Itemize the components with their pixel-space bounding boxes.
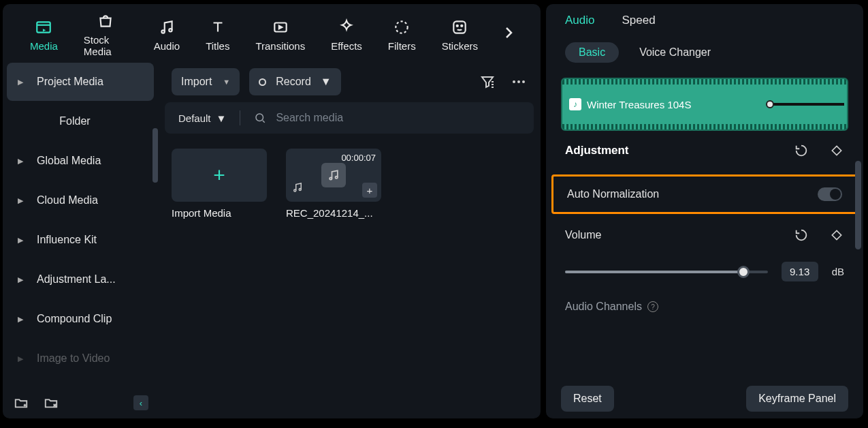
sidebar-item-folder[interactable]: Folder	[7, 102, 154, 140]
plus-icon: +	[213, 164, 225, 187]
nav-next-arrow[interactable]	[504, 25, 513, 43]
sidebar-item-adjustment-layer[interactable]: ▶Adjustment La...	[7, 260, 154, 299]
volume-slider[interactable]	[565, 271, 768, 273]
subtab-voice-changer[interactable]: Voice Changer	[639, 46, 711, 59]
clip-name: Winter Treasures 104S	[587, 99, 691, 110]
sidebar-item-project-media[interactable]: ▶Project Media	[7, 63, 154, 101]
volume-unit: dB	[832, 266, 844, 277]
nav-filters[interactable]: Filters	[388, 17, 416, 52]
add-to-timeline-button[interactable]: +	[362, 183, 377, 198]
right-tabs: Audio Speed	[546, 4, 863, 34]
nav-stickers[interactable]: Stickers	[442, 17, 478, 52]
sidebar-item-label: Global Media	[37, 155, 101, 167]
slider-knob[interactable]	[737, 266, 750, 278]
audio-channels-row: Audio Channels ?	[546, 286, 863, 313]
stickers-icon	[449, 17, 470, 37]
left-body: ▶Project Media Folder ▶Global Media ▶Clo…	[3, 61, 541, 418]
volume-label: Volume	[565, 229, 601, 241]
svg-point-9	[517, 80, 520, 83]
volume-row: Volume	[546, 218, 863, 252]
chevron-right-icon: ▶	[18, 196, 25, 205]
sidebar-item-influence-kit[interactable]: ▶Influence Kit	[7, 221, 154, 259]
delete-folder-icon[interactable]	[42, 394, 60, 412]
nav-transitions[interactable]: Transitions	[255, 17, 305, 52]
auto-normalization-label: Auto Normalization	[567, 188, 659, 200]
chevron-down-icon: ▼	[216, 112, 227, 124]
divider	[240, 110, 240, 125]
chevron-right-icon: ▶	[18, 78, 25, 87]
chevron-down-icon: ▼	[223, 78, 230, 86]
sidebar-item-label: Folder	[59, 115, 90, 127]
svg-point-7	[461, 25, 462, 26]
music-icon	[157, 17, 177, 37]
sidebar-item-cloud-media[interactable]: ▶Cloud Media	[7, 181, 154, 219]
keyframe-panel-button[interactable]: Keyframe Panel	[746, 386, 848, 412]
svg-point-4	[396, 21, 408, 33]
subtab-basic[interactable]: Basic	[565, 42, 619, 63]
nav-effects[interactable]: Effects	[331, 17, 362, 52]
search-input[interactable]	[276, 112, 520, 124]
audio-clip-preview[interactable]: ♪ Winter Treasures 104S	[561, 78, 848, 131]
svg-point-1	[161, 30, 164, 33]
more-icon[interactable]	[511, 74, 527, 90]
search-icon	[254, 112, 266, 124]
filter-icon[interactable]	[479, 74, 496, 90]
reset-volume-icon[interactable]	[794, 228, 809, 243]
grid-item-audio[interactable]: 00:00:07 + REC_20241214_...	[286, 149, 381, 219]
import-dropdown[interactable]: Import▼	[172, 68, 240, 95]
collapse-sidebar-button[interactable]: ‹	[133, 395, 148, 410]
top-nav: Media Stock Media Audio Titles Transitio…	[3, 4, 541, 61]
sidebar-bottom: ‹	[3, 387, 158, 418]
sort-dropdown[interactable]: Default▼	[178, 112, 226, 124]
svg-point-15	[299, 189, 301, 191]
adjustment-label: Adjustment	[565, 144, 629, 157]
reset-adjustment-icon[interactable]	[794, 143, 809, 158]
svg-point-8	[513, 80, 515, 83]
grid-item-import[interactable]: + Import Media	[172, 149, 267, 219]
media-grid: + Import Media 00:00:07 + REC_20241214_.…	[158, 134, 541, 234]
sidebar-item-label: Compound Clip	[37, 313, 112, 325]
new-folder-icon[interactable]	[12, 394, 30, 412]
chevron-down-icon: ▼	[321, 76, 332, 88]
reset-button[interactable]: Reset	[561, 386, 614, 412]
auto-normalization-toggle[interactable]	[818, 187, 842, 201]
toolbar: Import▼ Record▼	[158, 61, 541, 102]
sidebar-item-label: Project Media	[37, 76, 103, 88]
sidebar-item-label: Cloud Media	[37, 194, 98, 207]
tab-speed[interactable]: Speed	[622, 14, 655, 27]
filters-icon	[391, 17, 412, 37]
info-icon[interactable]: ?	[647, 301, 658, 312]
sort-label: Default	[178, 112, 211, 124]
nav-media[interactable]: Media	[30, 17, 58, 52]
right-subtabs: Basic Voice Changer	[546, 34, 863, 71]
nav-titles[interactable]: Titles	[206, 17, 229, 52]
svg-point-11	[256, 114, 263, 121]
media-icon	[33, 17, 54, 37]
record-dropdown[interactable]: Record▼	[249, 68, 340, 95]
sidebar-item-compound-clip[interactable]: ▶Compound Clip	[7, 300, 154, 338]
sidebar-item-global-media[interactable]: ▶Global Media	[7, 142, 154, 180]
sidebar-item-label: Influence Kit	[37, 234, 97, 246]
nav-stock-media[interactable]: Stock Media	[84, 11, 128, 57]
clip-duration: 00:00:07	[341, 153, 376, 163]
keyframe-diamond-icon[interactable]	[829, 143, 844, 158]
content-area: Import▼ Record▼ Default▼ + Import Media	[158, 61, 541, 418]
svg-point-13	[336, 177, 338, 179]
left-panel: Media Stock Media Audio Titles Transitio…	[3, 4, 541, 418]
sidebar-scrollbar[interactable]	[152, 128, 158, 183]
audio-file-icon	[321, 163, 346, 187]
auto-normalization-row: Auto Normalization	[551, 174, 858, 214]
clip-playhead[interactable]	[766, 100, 774, 108]
sidebar-item-image-to-video[interactable]: ▶Image to Video	[7, 339, 154, 378]
svg-point-12	[329, 177, 332, 179]
nav-audio[interactable]: Audio	[154, 17, 180, 52]
volume-value[interactable]: 9.13	[782, 262, 818, 281]
keyframe-volume-icon[interactable]	[829, 228, 844, 243]
grid-item-label: Import Media	[172, 207, 267, 219]
svg-point-2	[169, 29, 172, 31]
chevron-right-icon: ▶	[18, 315, 25, 324]
clip-track-line	[773, 103, 844, 106]
right-scrollbar[interactable]	[855, 161, 861, 249]
search-row: Default▼	[165, 102, 534, 134]
tab-audio[interactable]: Audio	[565, 14, 594, 27]
